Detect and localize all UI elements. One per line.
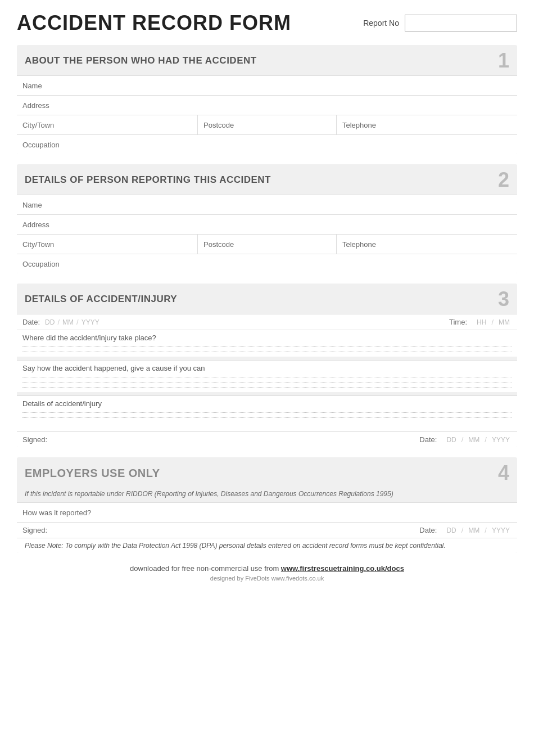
date-yyyy: YYYY [82, 318, 99, 326]
section-1-title: ABOUT THE PERSON WHO HAD THE ACCIDENT [25, 55, 257, 66]
section-2-name-row: Name [17, 195, 517, 214]
dotted-line-6 [22, 412, 512, 413]
details-accident-row: Details of accident/injury [17, 395, 517, 431]
section-4-header: EMPLOYERS USE ONLY 4 [17, 457, 517, 488]
section-1-postcode-cell[interactable]: Postcode [198, 115, 337, 134]
date4-label: Date: [419, 526, 437, 534]
signed-yyyy: YYYY [492, 436, 510, 444]
slash-1: / [57, 318, 60, 326]
slash-2: / [76, 318, 79, 326]
signed-dd: DD [446, 436, 456, 444]
time-label: Time: [449, 318, 467, 326]
section-4: EMPLOYERS USE ONLY 4 If this incident is… [17, 457, 517, 553]
section-1-address-cell[interactable]: Address [17, 96, 517, 115]
section-2-address-cell[interactable]: Address [17, 215, 517, 234]
page-header: ACCIDENT RECORD FORM Report No [17, 11, 517, 35]
how-accident-label: Say how the accident happened, give a ca… [22, 364, 512, 372]
report-no-label: Report No [363, 19, 399, 28]
section-2-telephone-cell[interactable]: Telephone [337, 235, 517, 254]
section-2-name-cell[interactable]: Name [17, 195, 517, 214]
how-reported-cell[interactable]: How was it reported? [17, 503, 517, 522]
footer: downloaded for free non-commercial use f… [17, 564, 517, 582]
riddor-note: If this incident is reportable under RID… [17, 488, 517, 502]
date2-label: Date: [419, 435, 437, 444]
details-accident-label: Details of accident/injury [22, 399, 512, 408]
s4-dd: DD [446, 526, 456, 534]
section-1-occupation-cell[interactable]: Occupation [17, 135, 517, 154]
section-1-city-row: City/Town Postcode Telephone [17, 115, 517, 134]
footer-text: downloaded for free non-commercial use f… [17, 564, 517, 573]
time-mm: MM [499, 318, 510, 326]
section-2-occupation-cell[interactable]: Occupation [17, 254, 517, 273]
section-1-name-cell[interactable]: Name [17, 76, 517, 95]
section-4-title: EMPLOYERS USE ONLY [25, 467, 160, 480]
signed-label-4: Signed: [22, 526, 47, 534]
signed-label-3: Signed: [22, 435, 47, 444]
section-2-number: 2 [498, 170, 509, 190]
signed-mm: MM [468, 436, 479, 444]
report-no-area: Report No [363, 15, 517, 32]
where-accident-row: Where did the accident/injury take place… [17, 330, 517, 357]
date-time-row: Date: DD / MM / YYYY Time: HH / MM [17, 314, 517, 330]
privacy-note: Please Note: To comply with the Data Pro… [17, 538, 517, 553]
time-section: Time: HH / MM [449, 318, 512, 326]
section-1-header: ABOUT THE PERSON WHO HAD THE ACCIDENT 1 [17, 45, 517, 75]
footer-link[interactable]: www.firstrescuetraining.co.uk/docs [281, 564, 404, 573]
s4-yyyy: YYYY [492, 526, 510, 534]
section-2-postcode-cell[interactable]: Postcode [198, 235, 337, 254]
section-1-city-cell[interactable]: City/Town [17, 115, 198, 134]
section-3-title: DETAILS OF ACCIDENT/INJURY [25, 294, 177, 305]
date-label: Date: [22, 318, 40, 326]
dotted-line-2 [22, 352, 512, 352]
section-1-telephone-cell[interactable]: Telephone [337, 115, 517, 134]
dotted-line-7 [22, 417, 512, 418]
s4-mm: MM [468, 526, 479, 534]
signed-row-3: Signed: Date: DD / MM / YYYY [17, 431, 517, 447]
section-1-name-row: Name [17, 75, 517, 95]
section-1-occupation-row: Occupation [17, 134, 517, 154]
date-mm: MM [62, 318, 74, 326]
section-3-number: 3 [498, 289, 509, 309]
section-1-address-row: Address [17, 95, 517, 115]
time-slash: / [491, 318, 494, 326]
where-accident-label: Where did the accident/injury take place… [22, 334, 512, 342]
section-1-number: 1 [498, 51, 509, 71]
dotted-line-3 [22, 377, 512, 377]
signed-date-4: Date: DD / MM / YYYY [419, 526, 512, 534]
dotted-line-1 [22, 346, 512, 347]
section-4-number: 4 [498, 463, 509, 483]
section-2-header: DETAILS OF PERSON REPORTING THIS ACCIDEN… [17, 164, 517, 195]
footer-sub: designed by FiveDots www.fivedots.co.uk [17, 575, 517, 582]
section-2-city-row: City/Town Postcode Telephone [17, 234, 517, 254]
signed-date-3: Date: DD / MM / YYYY [419, 435, 512, 444]
date-dd: DD [45, 318, 55, 326]
page-title: ACCIDENT RECORD FORM [17, 11, 291, 35]
section-2: DETAILS OF PERSON REPORTING THIS ACCIDEN… [17, 164, 517, 273]
section-2-title: DETAILS OF PERSON REPORTING THIS ACCIDEN… [25, 174, 271, 186]
dotted-line-4 [22, 382, 512, 382]
section-3: DETAILS OF ACCIDENT/INJURY 3 Date: DD / … [17, 284, 517, 447]
dotted-line-5 [22, 387, 512, 388]
time-hh: HH [477, 318, 486, 326]
how-accident-row: Say how the accident happened, give a ca… [17, 360, 517, 392]
section-1: ABOUT THE PERSON WHO HAD THE ACCIDENT 1 … [17, 45, 517, 154]
section-3-header: DETAILS OF ACCIDENT/INJURY 3 [17, 284, 517, 314]
how-reported-row: How was it reported? [17, 502, 517, 522]
section-2-occupation-row: Occupation [17, 254, 517, 273]
section-2-address-row: Address [17, 214, 517, 234]
report-no-input[interactable] [405, 15, 517, 32]
signed-row-4: Signed: Date: DD / MM / YYYY [17, 522, 517, 538]
section-2-city-cell[interactable]: City/Town [17, 235, 198, 254]
footer-prefix: downloaded for free non-commercial use f… [130, 564, 281, 573]
